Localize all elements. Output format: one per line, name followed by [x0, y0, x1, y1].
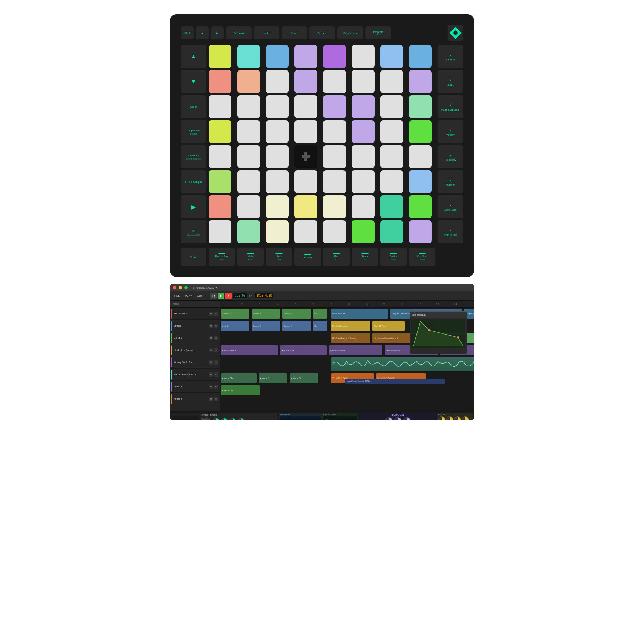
track-mute-btn[interactable]: M [209, 372, 213, 377]
device-button[interactable]: Device Tempo [380, 248, 407, 266]
pad-39[interactable] [409, 145, 432, 168]
pad-0[interactable] [209, 45, 231, 68]
track-solo-btn[interactable]: S [214, 360, 218, 365]
pad-53[interactable] [352, 195, 375, 218]
track-mute-btn[interactable]: M [209, 360, 213, 365]
daw-menu-edit[interactable]: EDIT [195, 294, 205, 297]
pad-41[interactable] [237, 170, 260, 193]
pad-18[interactable] [266, 95, 289, 118]
play-transport-button[interactable]: ▶ [218, 293, 224, 299]
duplicate-button[interactable]: Duplicate Double [181, 120, 206, 143]
pad-6[interactable] [380, 45, 403, 68]
track-solo-btn[interactable]: S [214, 348, 218, 352]
setup-button[interactable]: Setup [181, 248, 206, 266]
pad-17[interactable] [237, 95, 260, 118]
track-mute-btn[interactable]: M [209, 336, 213, 340]
pad-21[interactable] [352, 95, 375, 118]
pad-23[interactable] [409, 95, 432, 118]
clip-block[interactable]: Indio Beat 01 [331, 309, 388, 319]
drana-knob[interactable] [394, 417, 402, 420]
pad-32[interactable] [209, 145, 231, 168]
pad-22[interactable] [380, 95, 403, 118]
knob-1[interactable] [213, 418, 220, 420]
pan-button[interactable]: Pan • • [323, 248, 350, 266]
pad-8[interactable] [209, 70, 231, 93]
record-arm-button[interactable]: Record Arm Undo [209, 248, 235, 266]
pad-4[interactable] [323, 45, 346, 68]
pad-57[interactable] [237, 220, 260, 243]
down-button[interactable]: ▼ [181, 70, 206, 93]
pad-12[interactable] [323, 70, 346, 93]
clip-block[interactable]: ■ ini 2 [221, 321, 249, 331]
clip-block[interactable]: ■ Vocal D [290, 373, 318, 383]
pad-30[interactable] [380, 120, 403, 143]
pad-52[interactable] [323, 195, 346, 218]
pad-42[interactable] [266, 170, 289, 193]
solo-button[interactable]: Solo Click [266, 248, 292, 266]
maximize-window-button[interactable] [184, 286, 188, 289]
pad-55[interactable] [409, 195, 432, 218]
clip-block[interactable]: Irbou Chords Operator 124bpm [345, 379, 445, 384]
capture-midi-button[interactable]: ○ Capture MIDI [181, 220, 206, 243]
right-button[interactable]: ► [211, 26, 224, 39]
pad-60[interactable] [323, 220, 346, 243]
record-transport-button[interactable]: ● [225, 293, 232, 299]
clip-block[interactable]: ■ Vocal D [259, 373, 287, 383]
pad-26[interactable] [266, 120, 289, 143]
pad-43[interactable] [294, 170, 317, 193]
track-solo-btn[interactable]: S [214, 385, 218, 389]
sequencer-button[interactable]: Sequencer [337, 26, 363, 39]
pad-62[interactable] [380, 220, 403, 243]
pad-48[interactable] [209, 195, 231, 218]
clip-block[interactable]: Hls Sweid Atins 1 Session [331, 333, 370, 343]
probability-button[interactable]: › Probability [438, 145, 463, 168]
print-to-clip-button[interactable]: › Print to Clip [438, 220, 463, 243]
pad-7[interactable] [409, 45, 432, 68]
mixer-knob[interactable] [462, 416, 469, 420]
pad-54[interactable] [380, 195, 403, 218]
pad-36[interactable] [323, 145, 346, 168]
pad-28[interactable] [323, 120, 346, 143]
chord-button[interactable]: Chord [282, 26, 307, 39]
clip-block[interactable]: Poly Pattern 02 [329, 345, 382, 355]
clip-block[interactable]: ■ Vocal Cle... [221, 373, 257, 383]
pad-20[interactable] [323, 95, 346, 118]
pad-34[interactable] [266, 145, 289, 168]
mixer-knob[interactable] [454, 416, 461, 420]
knob-3[interactable] [229, 418, 236, 420]
pad-45[interactable] [352, 170, 375, 193]
pad-15[interactable] [409, 70, 432, 93]
pad-51[interactable] [294, 195, 317, 218]
track-item[interactable]: Hindustan Sunset M S [170, 344, 220, 356]
sends-button[interactable]: Sends Tap [352, 248, 378, 266]
clear-button[interactable]: Clear [181, 95, 206, 118]
volume-button[interactable]: Volume [294, 248, 321, 266]
pad-3[interactable] [294, 45, 317, 68]
logo-button[interactable] [448, 25, 463, 41]
pad-44[interactable] [323, 170, 346, 193]
daw-menu-file[interactable]: FILE [172, 294, 182, 297]
pad-59[interactable] [294, 220, 317, 243]
clip-block[interactable]: So [313, 309, 327, 319]
up-button[interactable]: ▲ [181, 45, 206, 68]
patterns-button[interactable]: › Patterns [438, 45, 463, 68]
pad-58[interactable] [266, 220, 289, 243]
pad-5[interactable] [352, 45, 375, 68]
clip-block[interactable]: Plug 01 Per... [372, 321, 405, 331]
track-item[interactable]: Audio 3 M S [170, 381, 220, 393]
pad-19[interactable] [294, 95, 317, 118]
knob-4[interactable] [237, 418, 244, 420]
track-mute-btn[interactable]: M [209, 324, 213, 328]
pad-16[interactable] [209, 95, 231, 118]
clip-block[interactable]: Scene 2 [221, 309, 249, 319]
pad-46[interactable] [380, 170, 403, 193]
minimize-window-button[interactable] [179, 286, 182, 289]
track-solo-btn[interactable]: S [214, 372, 218, 377]
knob-2[interactable] [221, 418, 228, 420]
track-solo-btn[interactable]: S [214, 397, 218, 401]
mixer-knob[interactable] [446, 416, 453, 420]
pad-40[interactable] [209, 170, 231, 193]
pad-1[interactable] [237, 45, 260, 68]
track-item[interactable]: Audio 4 M S [170, 393, 220, 405]
track-solo-btn[interactable]: S [214, 336, 218, 340]
